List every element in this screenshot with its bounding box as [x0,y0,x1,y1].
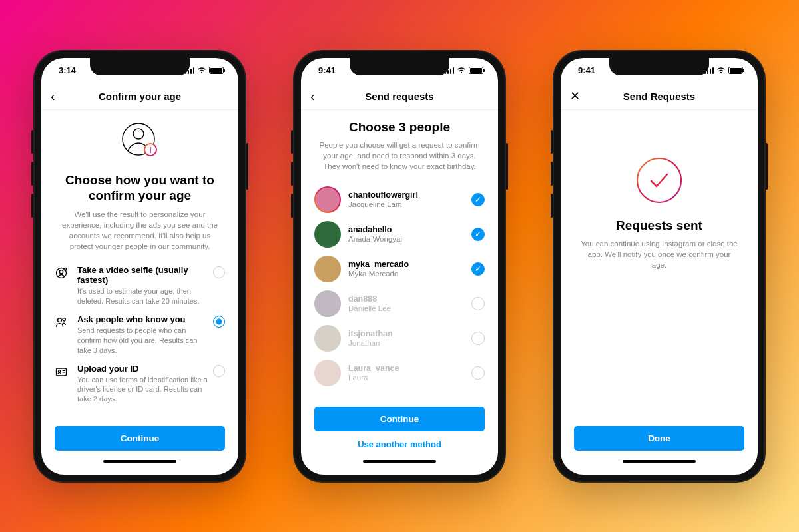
hero-title: Requests sent [616,218,702,234]
person-row[interactable]: anadahelloAnada Wongyai✓ [314,218,485,251]
success-check-icon [635,156,683,204]
radio-unselected[interactable] [213,266,225,278]
svg-point-7 [58,318,62,322]
svg-point-11 [637,158,681,202]
person-username: myka_mercado [348,260,464,269]
continue-button[interactable]: Continue [314,407,485,431]
svg-text:i: i [149,145,152,155]
continue-button[interactable]: Continue [55,426,225,451]
battery-icon [469,67,483,74]
radio-selected[interactable] [213,316,225,328]
check-on-icon[interactable]: ✓ [471,193,485,206]
check-off-icon[interactable] [471,297,485,310]
person-username: Laura_vance [348,364,464,373]
option-upload-id[interactable]: Upload your ID You can use forms of iden… [55,364,225,405]
avatar [314,256,341,282]
hero-subtitle: We'll use the result to personalize your… [55,209,225,252]
phone-mockup-2: 9:41 ‹ Send requests Choose 3 people Peo… [293,50,506,483]
hero-subtitle: People you choose will get a request to … [314,140,485,172]
option-desc: It's used to estimate your age, then del… [77,286,209,306]
person-fullname: Jacqueline Lam [348,200,464,208]
svg-point-1 [133,129,144,139]
home-indicator [363,460,436,463]
option-desc: You can use forms of identification like… [77,375,209,405]
people-icon [55,316,69,332]
hero-title: Choose how you want to confirm your age [55,172,225,204]
id-card-icon [55,365,69,381]
svg-point-8 [63,318,65,321]
profile-info-icon: i [119,119,161,162]
check-off-icon[interactable] [471,366,485,380]
person-username: chantouflowergirl [348,190,464,200]
home-indicator [103,460,176,463]
person-username: itsjonathan [348,329,464,338]
wifi-icon [197,67,206,74]
nav-bar: ‹ Send requests [301,83,498,110]
nav-title: Send requests [365,91,433,102]
home-indicator [623,460,696,463]
avatar [314,221,341,248]
hero-subtitle: You can continue using Instagram or clos… [574,238,744,270]
phone-mockup-1: 3:14 ‹ Confirm your age i Choose how you… [33,50,246,483]
avatar [314,325,341,352]
avatar [314,290,341,317]
done-button[interactable]: Done [574,426,744,451]
status-time: 3:14 [59,65,76,75]
person-row[interactable]: Laura_vanceLaura [314,356,485,390]
person-row[interactable]: chantouflowergirlJacqueline Lam✓ [314,183,485,216]
option-title: Upload your ID [77,364,209,374]
option-video-selfie[interactable]: Take a video selfie (usually fastest) It… [55,265,225,306]
check-on-icon[interactable]: ✓ [471,228,485,241]
back-icon[interactable]: ‹ [310,89,315,104]
option-title: Ask people who know you [77,314,209,324]
person-fullname: Jonathan [348,339,464,347]
svg-point-5 [59,270,63,274]
use-another-method-link[interactable]: Use another method [314,438,485,451]
person-fullname: Danielle Lee [348,304,464,312]
nav-title: Confirm your age [99,91,181,102]
person-row[interactable]: itsjonathanJonathan [314,322,485,355]
person-fullname: Anada Wongyai [348,235,464,243]
option-desc: Send requests to people who can confirm … [77,326,209,356]
check-off-icon[interactable] [471,332,485,345]
person-username: anadahello [348,225,464,234]
back-icon[interactable]: ‹ [51,89,55,104]
wifi-icon [716,67,726,74]
radio-unselected[interactable] [213,365,225,377]
person-row[interactable]: myka_mercadoMyka Mercado✓ [314,252,485,286]
status-time: 9:41 [318,65,336,75]
person-fullname: Laura [348,374,464,382]
avatar [314,186,341,213]
phone-mockup-3: 9:41 ✕ Send Requests Requests sent You c… [553,50,766,483]
svg-point-10 [59,370,61,372]
hero-title: Choose 3 people [314,119,485,135]
close-icon[interactable]: ✕ [570,89,580,103]
avatar [314,360,341,386]
selfie-icon [55,266,69,282]
battery-icon [209,67,224,74]
person-row[interactable]: dan888Danielle Lee [314,287,485,320]
status-time: 9:41 [578,65,595,75]
nav-bar: ✕ Send Requests [561,83,758,110]
nav-title: Send Requests [623,91,695,102]
person-username: dan888 [348,294,464,304]
battery-icon [728,67,743,74]
check-on-icon[interactable]: ✓ [471,262,485,276]
option-ask-people[interactable]: Ask people who know you Send requests to… [55,314,225,356]
option-title: Take a video selfie (usually fastest) [77,265,209,285]
person-fullname: Myka Mercado [348,270,464,278]
nav-bar: ‹ Confirm your age [41,83,238,110]
wifi-icon [457,67,466,74]
